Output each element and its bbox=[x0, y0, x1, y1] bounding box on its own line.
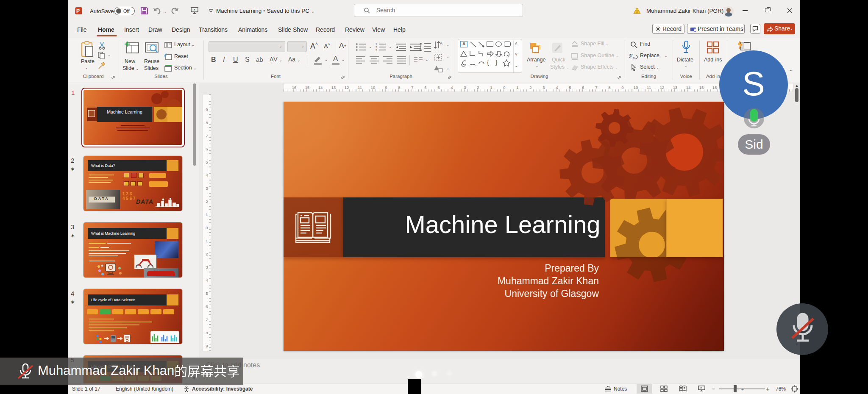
svg-text:c: c bbox=[633, 56, 635, 60]
svg-text:1: 1 bbox=[376, 43, 377, 46]
svg-text:2: 2 bbox=[376, 46, 377, 49]
svg-text:A: A bbox=[440, 41, 442, 45]
svg-text:3: 3 bbox=[376, 49, 377, 51]
